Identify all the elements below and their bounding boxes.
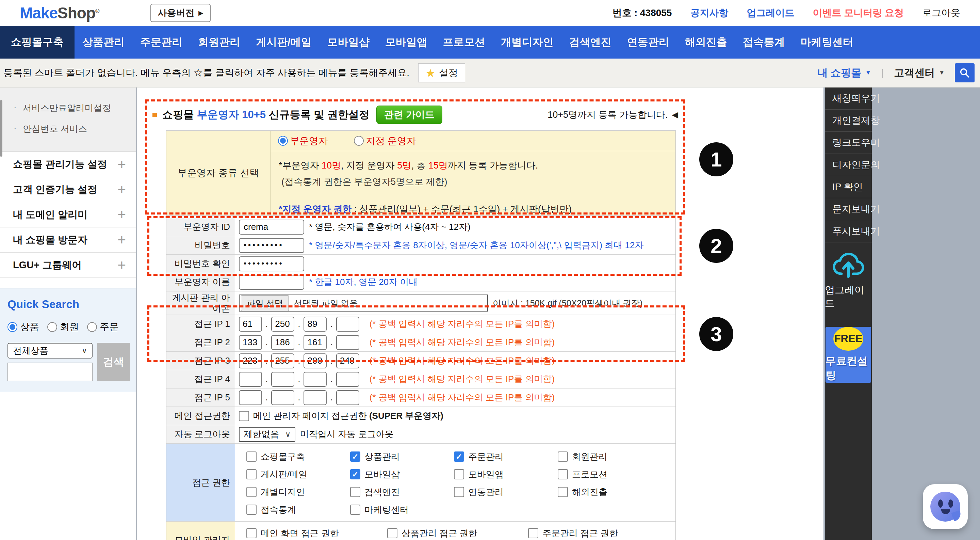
ip3-octet4-input[interactable]	[336, 354, 360, 368]
sidebar-section-domain-alert[interactable]: 내 도메인 알리미+	[0, 202, 136, 228]
ip2-octet4-input[interactable]	[336, 335, 360, 350]
sidebar-item-safe-number[interactable]: ·안심번호 서비스	[4, 118, 136, 139]
ip2-octet3-input[interactable]	[304, 335, 327, 350]
folder-settings-button[interactable]: ★ 설정	[418, 63, 465, 83]
quick-search-category-select[interactable]: 전체상품∨	[8, 343, 92, 358]
upgrade-shortcut[interactable]: 업그레이드	[825, 242, 872, 319]
ip-wildcard-note: (* 공백 입력시 해당 자리수의 모든 IP를 의미함)	[369, 373, 555, 385]
sidebar-item-service-expiry[interactable]: ·서비스만료알리미설정	[4, 98, 136, 118]
ip3-octet1-input[interactable]	[239, 354, 262, 368]
util-link-helper[interactable]: 링크도우미	[825, 132, 872, 154]
logout-link[interactable]: 로그아웃	[922, 6, 960, 19]
super-operator-checkbox[interactable]: 메인 관리자 페이지 접근권한 (SUPER 부운영자)	[239, 410, 443, 422]
access-checkbox-mobile-app[interactable]: 모바일앱	[454, 468, 558, 480]
ip2-octet1-input[interactable]	[239, 335, 262, 350]
radio-order[interactable]: 주문	[87, 320, 119, 333]
access-checkbox-global[interactable]: 해외진출	[558, 486, 662, 498]
password-input[interactable]	[239, 238, 304, 253]
my-shop-dropdown[interactable]: 내 쇼핑몰▼	[818, 66, 871, 80]
checkbox-icon	[247, 528, 256, 538]
operator-id-input[interactable]	[239, 220, 304, 234]
ip5-octet1-input[interactable]	[239, 390, 262, 405]
ip5-octet3-input[interactable]	[304, 390, 327, 405]
free-badge: FREE	[833, 327, 863, 351]
access-checkbox-statistics[interactable]: 접속통계	[247, 504, 350, 516]
nav-item-design[interactable]: 개별디자인	[493, 26, 562, 59]
sidebar-scrollbar-thumb[interactable]	[0, 100, 2, 157]
admin-search-button[interactable]	[955, 63, 975, 83]
version-button[interactable]: 사용버전▶	[150, 4, 211, 22]
ip5-octet4-input[interactable]	[336, 390, 360, 405]
access-checkbox-order[interactable]: 주문관리	[454, 451, 558, 463]
access-checkbox-promotion[interactable]: 프로모션	[558, 468, 662, 480]
nav-item-marketing[interactable]: 마케팅센터	[793, 26, 861, 59]
sidebar-section-shop-admin-settings[interactable]: 쇼핑몰 관리기능 설정+	[0, 152, 136, 177]
auto-logout-select[interactable]: 제한없음∨	[239, 427, 295, 442]
radio-product[interactable]: 상품	[8, 320, 39, 333]
radio-member[interactable]: 회원	[47, 320, 79, 333]
checkbox-icon	[558, 487, 568, 497]
sidebar-section-customer-auth[interactable]: 고객 인증기능 설정+	[0, 177, 136, 202]
customer-center-dropdown[interactable]: 고객센터▼	[894, 66, 945, 80]
access-checkbox-integration[interactable]: 연동관리	[454, 486, 558, 498]
quick-search-button[interactable]: 검색	[97, 343, 130, 381]
nav-item-integration[interactable]: 연동관리	[619, 26, 677, 59]
util-new-window[interactable]: 새창띄우기	[825, 88, 872, 110]
ip1-octet2-input[interactable]	[271, 317, 294, 331]
nav-item-member[interactable]: 회원관리	[190, 26, 248, 59]
ip1-octet3-input[interactable]	[304, 317, 327, 331]
operator-name-input[interactable]	[239, 275, 304, 290]
access-checkbox-member[interactable]: 회원관리	[558, 451, 662, 463]
ip1-octet4-input[interactable]	[336, 317, 360, 331]
ip4-octet2-input[interactable]	[271, 372, 294, 387]
notice-link[interactable]: 공지사항	[690, 6, 728, 19]
nav-item-product[interactable]: 상품관리	[75, 26, 132, 59]
sidebar-section-lgu-groupware[interactable]: LGU+ 그룹웨어+	[0, 253, 136, 278]
event-monitoring-link[interactable]: 이벤트 모니터링 요청	[813, 6, 904, 19]
util-design-inquiry[interactable]: 디자인문의	[825, 154, 872, 176]
access-checkbox-design[interactable]: 개별디자인	[247, 486, 350, 498]
file-select-button[interactable]: 파일 선택	[241, 295, 289, 311]
makeshop-logo[interactable]: MakeShop®	[20, 4, 99, 22]
upgrade-link[interactable]: 업그레이드	[746, 6, 794, 19]
mobile-checkbox-order[interactable]: 주문관리 접근 권한	[528, 527, 669, 539]
access-checkbox-board-mail[interactable]: 게시판/메일	[247, 468, 350, 480]
nav-item-shop-build[interactable]: 쇼핑몰구축	[0, 26, 75, 59]
util-ip-check[interactable]: IP 확인	[825, 176, 872, 198]
ip5-octet2-input[interactable]	[271, 390, 294, 405]
ip1-octet1-input[interactable]	[239, 317, 262, 331]
ip4-octet1-input[interactable]	[239, 372, 262, 387]
ip4-octet3-input[interactable]	[304, 372, 327, 387]
util-personal-payment[interactable]: 개인결제창	[825, 110, 872, 132]
password-confirm-input[interactable]	[239, 256, 304, 271]
access-checkbox-mobile-shop[interactable]: 모바일샵	[350, 468, 454, 480]
free-consulting-banner[interactable]: FREE 무료컨설팅	[826, 327, 871, 383]
radio-sub-operator[interactable]: 부운영자	[278, 134, 328, 147]
nav-item-order[interactable]: 주문관리	[132, 26, 190, 59]
ip3-octet3-input[interactable]	[304, 354, 327, 368]
quick-search-input[interactable]	[8, 363, 92, 381]
ip4-octet4-input[interactable]	[336, 372, 360, 387]
util-send-sms[interactable]: 문자보내기	[825, 198, 872, 220]
nav-item-board-mail[interactable]: 게시판/메일	[248, 26, 320, 59]
mobile-checkbox-product[interactable]: 상품관리 접근 권한	[387, 527, 528, 539]
access-checkbox-search-engine[interactable]: 검색엔진	[350, 486, 454, 498]
nav-item-promotion[interactable]: 프로모션	[435, 26, 493, 59]
access-checkbox-shop-build[interactable]: 쇼핑몰구축	[247, 451, 350, 463]
related-guide-button[interactable]: 관련 가이드	[376, 105, 442, 124]
util-send-push[interactable]: 푸시보내기	[825, 220, 872, 242]
nav-item-mobile-app[interactable]: 모바일앱	[377, 26, 435, 59]
chat-widget-button[interactable]	[923, 484, 968, 529]
nav-item-statistics[interactable]: 접속통계	[735, 26, 793, 59]
access-checkbox-marketing[interactable]: 마케팅센터	[350, 504, 454, 516]
checkbox-icon	[350, 487, 360, 497]
ip2-octet2-input[interactable]	[271, 335, 294, 350]
nav-item-search-engine[interactable]: 검색엔진	[562, 26, 619, 59]
sidebar-section-shop-visitors[interactable]: 내 쇼핑몰 방문자+	[0, 228, 136, 253]
radio-designated-operator[interactable]: 지정 운영자	[354, 134, 416, 147]
ip3-octet2-input[interactable]	[271, 354, 294, 368]
nav-item-mobile-shop[interactable]: 모바일샵	[320, 26, 377, 59]
nav-item-global[interactable]: 해외진출	[677, 26, 735, 59]
access-checkbox-product[interactable]: 상품관리	[350, 451, 454, 463]
mobile-checkbox-main-screen[interactable]: 메인 화면 접근 권한	[247, 527, 387, 539]
